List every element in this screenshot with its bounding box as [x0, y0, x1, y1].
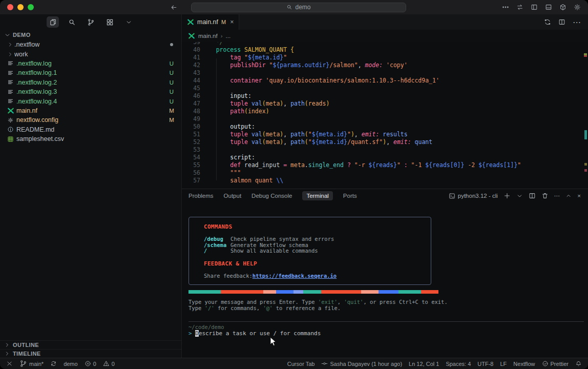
panel-tab-output[interactable]: Output	[224, 193, 242, 199]
kill-terminal-icon[interactable]	[541, 192, 549, 199]
nextflow-file-icon	[7, 107, 16, 114]
panel-tab-ports[interactable]: Ports	[343, 193, 357, 199]
file-tree-item-nextflow-config[interactable]: nextflow.configM	[0, 115, 181, 125]
status-item-lf[interactable]: LF	[500, 361, 507, 367]
terminal-prompt[interactable]: > Describe a task or use / for commands	[188, 330, 321, 337]
status-item-main[interactable]: main*	[19, 360, 44, 367]
source-control-icon[interactable]	[85, 16, 97, 28]
breadcrumb-more[interactable]: ...	[226, 33, 231, 39]
editor-group: main.nf M × ⋯ main.nf › ... 39*/40proces…	[182, 14, 588, 358]
command-name[interactable]: /	[204, 248, 230, 254]
status-item-sync[interactable]	[50, 360, 57, 367]
file-name: README.md	[16, 126, 175, 133]
timeline-label: TIMELINE	[13, 351, 41, 357]
shell-session[interactable]: python3.12 - cli	[449, 193, 498, 199]
customize-layout-icon[interactable]	[559, 4, 566, 11]
breadcrumb[interactable]: main.nf › ...	[182, 30, 588, 42]
bar-segment	[379, 290, 398, 294]
panel-tab-problems[interactable]: Problems	[188, 193, 214, 199]
search-icon[interactable]	[66, 16, 78, 28]
status-item-ln-12-col-1[interactable]: Ln 12, Col 1	[409, 361, 439, 367]
extensions-icon[interactable]	[103, 16, 116, 28]
status-item-sasha-dagayev-1-hour-ago[interactable]: Sasha Dagayev (1 hour ago)	[321, 360, 402, 367]
file-name: .nextflow.log.1	[16, 69, 168, 76]
split-terminal-icon[interactable]	[529, 192, 536, 199]
zoom-window-button[interactable]	[28, 4, 34, 10]
more-actions-icon[interactable]: ⋯	[573, 17, 581, 27]
back-button[interactable]	[170, 4, 178, 11]
terminal-help-text: Type your message and press Enter. Type …	[188, 299, 448, 311]
line-number: 53	[182, 146, 200, 154]
feedback-title: FEEDBACK & HELP	[204, 260, 431, 267]
file-name: .nextflow	[14, 41, 170, 48]
file-tree-item--nextflow-log-2[interactable]: .nextflow.log.2U	[0, 78, 181, 87]
chevron-down-icon[interactable]	[122, 16, 135, 28]
traffic-lights	[7, 4, 34, 10]
status-item-spaces-4[interactable]: Spaces: 4	[446, 361, 471, 367]
current-directory: ~/code/demo	[188, 324, 224, 330]
status-item-0[interactable]: 0	[85, 360, 96, 367]
minimize-window-button[interactable]	[17, 4, 24, 10]
command-name[interactable]: /schema	[204, 242, 230, 249]
file-tree-item--nextflow-log-1[interactable]: .nextflow.log.1U	[0, 68, 181, 77]
command-name[interactable]: /debug	[204, 236, 230, 242]
status-item-0[interactable]: 0	[103, 360, 115, 367]
status-item-prettier[interactable]: Prettier	[542, 360, 569, 367]
divider	[188, 321, 584, 322]
status-item-bell[interactable]	[575, 360, 582, 367]
overview-ruler[interactable]	[583, 42, 587, 189]
status-item-remote[interactable]	[6, 360, 13, 367]
code-line: 42publishDir "${params.outdir}/salmon", …	[182, 61, 588, 69]
folder-chevron-icon	[7, 51, 14, 57]
file-tree-item--nextflow-log[interactable]: .nextflow.logU	[0, 59, 181, 68]
code-text	[200, 146, 202, 154]
line-number: 41	[182, 54, 200, 61]
bottom-panel: ProblemsOutputDebug ConsoleTerminalPorts…	[182, 189, 588, 358]
status-item-utf-8[interactable]: UTF-8	[477, 361, 493, 367]
breadcrumb-file[interactable]: main.nf	[198, 33, 218, 39]
chevron-down-icon[interactable]	[516, 193, 523, 199]
feedback-link[interactable]: https://feedback.seqera.io	[253, 273, 337, 279]
breadcrumb-separator: ›	[221, 33, 223, 39]
close-window-button[interactable]	[7, 4, 13, 10]
source-control-sync-icon[interactable]	[544, 17, 551, 27]
status-item-nextflow[interactable]: Nextflow	[513, 361, 535, 367]
git-status-badge: M	[168, 117, 175, 123]
sidebar-bottom-sections: OUTLINE TIMELINE	[0, 340, 181, 358]
explorer-icon[interactable]	[47, 16, 59, 28]
file-tree-item--nextflow[interactable]: .nextflow	[0, 40, 181, 49]
maximize-panel-icon[interactable]	[565, 193, 572, 199]
file-tree-item-README-md[interactable]: README.md	[0, 125, 181, 134]
status-item-cursor-tab[interactable]: Cursor Tab	[287, 361, 315, 367]
command-center-search[interactable]: demo	[191, 3, 406, 12]
file-tree-item-samplesheet-csv[interactable]: samplesheet.csv	[0, 134, 181, 144]
timeline-section[interactable]: TIMELINE	[0, 349, 181, 358]
outline-section[interactable]: OUTLINE	[0, 340, 181, 349]
scrollbar-thumb[interactable]	[584, 130, 587, 139]
close-tab-icon[interactable]: ×	[230, 18, 234, 26]
close-panel-icon[interactable]: ×	[577, 193, 581, 199]
terminal[interactable]: COMMANDS /debugCheck pipeline syntax and…	[182, 202, 588, 358]
line-number: 57	[182, 177, 200, 184]
toggle-panel-icon[interactable]	[545, 4, 552, 11]
file-tree-item--nextflow-log-3[interactable]: .nextflow.log.3U	[0, 87, 181, 96]
settings-gear-icon[interactable]	[574, 4, 581, 11]
sync-icon[interactable]	[516, 4, 523, 11]
commands-help-box: COMMANDS /debugCheck pipeline syntax and…	[188, 217, 431, 285]
panel-more-icon[interactable]: ⋯	[554, 192, 560, 199]
more-actions-icon[interactable]	[502, 4, 509, 11]
code-editor[interactable]: 39*/40process SALMON_QUANT {41tag "${met…	[182, 42, 588, 189]
panel-tab-terminal[interactable]: Terminal	[302, 191, 332, 200]
tab-main-nf[interactable]: main.nf M ×	[182, 14, 239, 30]
toggle-sidebar-icon[interactable]	[531, 4, 538, 11]
help-line-2: Type '/' for commands, '@' to reference …	[188, 305, 448, 312]
status-item-demo[interactable]: demo	[64, 361, 78, 367]
explorer-section-header[interactable]: DEMO	[0, 30, 181, 40]
new-terminal-icon[interactable]	[503, 192, 511, 199]
file-tree-item-work[interactable]: work	[0, 49, 181, 58]
split-editor-icon[interactable]	[558, 17, 565, 27]
panel-tab-debug-console[interactable]: Debug Console	[251, 193, 292, 199]
git-status-badge: M	[168, 108, 175, 114]
file-tree-item--nextflow-log-4[interactable]: .nextflow.log.4U	[0, 96, 181, 106]
file-tree-item-main-nf[interactable]: main.nfM	[0, 106, 181, 115]
